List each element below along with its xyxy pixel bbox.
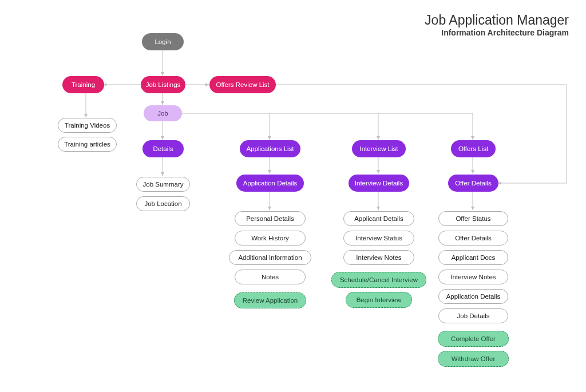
- node-job-location: Job Location: [136, 196, 190, 211]
- node-application-details: Application Details: [236, 175, 304, 192]
- node-details: Details: [142, 140, 184, 157]
- node-interview-details: Interview Details: [349, 175, 409, 192]
- node-begin-interview: Begin Interview: [346, 292, 412, 308]
- node-notes: Notes: [235, 270, 306, 284]
- node-complete-offer: Complete Offer: [438, 331, 509, 347]
- page-subtitle: Information Architecture Diagram: [425, 28, 569, 37]
- diagram-canvas: Job Application Manager Information Arch…: [0, 0, 586, 392]
- node-applications-list: Applications List: [240, 140, 300, 157]
- node-applicant-docs: Applicant Docs: [438, 250, 508, 265]
- page-title: Job Application Manager: [425, 13, 569, 28]
- node-applicant-details: Applicant Details: [343, 211, 414, 226]
- node-additional-information: Additional Information: [229, 250, 311, 265]
- node-training-articles: Training articles: [58, 137, 117, 152]
- node-application-details-2: Application Details: [438, 289, 508, 304]
- node-job-listings: Job Listings: [141, 76, 185, 93]
- node-review-application: Review Application: [234, 292, 306, 308]
- node-login: Login: [142, 33, 184, 50]
- node-offers-review-list: Offers Review List: [209, 76, 276, 93]
- node-personal-details: Personal Details: [235, 211, 306, 226]
- node-interview-notes: Interview Notes: [343, 250, 414, 265]
- node-offer-status: Offer Status: [438, 211, 508, 226]
- node-interview-status: Interview Status: [343, 231, 414, 246]
- node-work-history: Work History: [235, 231, 306, 246]
- node-interview-notes-2: Interview Notes: [438, 270, 508, 284]
- node-interview-list: Interview List: [352, 140, 406, 157]
- node-job-summary: Job Summary: [136, 177, 190, 192]
- node-offers-list: Offers List: [451, 140, 496, 157]
- node-job-details: Job Details: [438, 308, 508, 323]
- node-training-videos: Training Videos: [58, 118, 117, 133]
- title-block: Job Application Manager Information Arch…: [425, 13, 569, 37]
- node-job: Job: [144, 105, 182, 121]
- node-schedule-cancel-interview: Schedule/Cancel Interview: [331, 272, 426, 288]
- node-training: Training: [62, 76, 104, 93]
- node-offer-details: Offer Details: [438, 231, 508, 246]
- node-withdraw-offer: Withdraw Offer: [438, 351, 509, 367]
- node-offer-details-hdr: Offer Details: [448, 175, 498, 192]
